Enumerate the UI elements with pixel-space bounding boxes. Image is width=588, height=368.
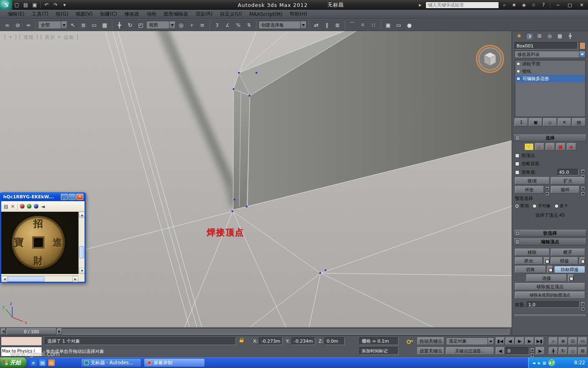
application-menu-button[interactable]: S <box>0 0 12 10</box>
weight-spinner[interactable] <box>581 301 585 308</box>
horizontal-scrollbar[interactable] <box>1 276 78 282</box>
curve-editor-icon[interactable]: ⌒ <box>347 20 357 30</box>
chamfer-button[interactable]: 切角 <box>515 266 546 273</box>
z-coord-field[interactable]: 0.0m <box>324 337 345 345</box>
selection-rollout-header[interactable]: − 选择 <box>514 135 586 141</box>
select-and-link-icon[interactable]: ∞ <box>2 20 12 30</box>
new-file-icon[interactable]: ▢ <box>12 1 21 9</box>
next-frame-button[interactable]: ▶ <box>525 337 534 345</box>
hierarchy-tab[interactable]: ⊞ <box>536 32 543 40</box>
selection-lock-icon[interactable] <box>239 339 244 343</box>
break-button[interactable]: 断开 <box>551 249 586 256</box>
collapse-icon[interactable]: − <box>515 240 520 244</box>
menu-views[interactable]: 视图(V) <box>72 10 96 18</box>
select-object-icon[interactable]: ↖ <box>68 20 78 30</box>
angle-value-field[interactable]: 45.0 <box>557 169 579 175</box>
previous-frame-button[interactable]: ◀ <box>506 337 514 345</box>
extrude-settings-button[interactable] <box>544 257 550 265</box>
utilities-tab[interactable]: ╋ <box>566 32 574 40</box>
menu-customize[interactable]: 自定义(U) <box>216 10 245 18</box>
named-selection-set-combo[interactable]: 创建选择集 <box>258 21 307 29</box>
remove-unused-map-verts-button[interactable]: 移除未使用的贴图顶点 <box>515 292 585 299</box>
minimize-button[interactable]: _ <box>61 194 68 200</box>
infocenter-expand-icon[interactable]: ▸ <box>416 1 425 9</box>
modify-tab[interactable]: ◑ <box>526 32 533 40</box>
workspace-dropdown-icon[interactable]: ▾ <box>60 1 69 9</box>
maximize-viewport-icon[interactable]: ⊞ <box>578 347 587 355</box>
preview-multiple-radio[interactable] <box>555 204 559 208</box>
extrude-button[interactable]: 挤出 <box>515 257 543 265</box>
zoom-region-icon[interactable]: ▭ <box>578 337 587 345</box>
menu-tools[interactable]: 工具(T) <box>28 10 52 18</box>
select-by-name-icon[interactable]: ≣ <box>78 20 89 30</box>
field-of-view-icon[interactable]: ◇ <box>568 347 577 355</box>
snap-toggle-3d-icon[interactable]: 3 <box>212 20 222 30</box>
vertical-scroll-thumb[interactable] <box>79 246 84 258</box>
frame-spinner[interactable] <box>530 348 535 355</box>
mirror-icon[interactable]: ⇄ <box>311 20 321 30</box>
by-angle-checkbox[interactable] <box>515 170 519 175</box>
remove-button[interactable]: 移除 <box>515 249 550 256</box>
object-name-field[interactable] <box>514 42 578 49</box>
chevron-down-icon[interactable] <box>61 21 67 29</box>
close-button[interactable]: ✕ <box>76 194 83 200</box>
communication-center-icon[interactable]: ◈ <box>519 1 528 9</box>
modifier-on-icon[interactable] <box>517 62 520 66</box>
weld-button[interactable]: 焊接 <box>551 257 579 265</box>
go-to-start-button[interactable]: ▮◀ <box>496 337 505 345</box>
scroll-left-icon[interactable] <box>1 276 7 282</box>
connect-settings-button[interactable] <box>568 274 574 282</box>
print-icon[interactable]: ▤ <box>4 204 8 209</box>
vertex-mode-icon[interactable]: ∵ <box>524 143 534 150</box>
taskbar-item-3dsmax[interactable]: 无标题 - Autodes... <box>81 358 141 367</box>
preview-disable-radio[interactable] <box>515 204 519 208</box>
render-production-icon[interactable]: ● <box>404 20 414 30</box>
go-to-end-button[interactable]: ▶▮ <box>535 337 544 345</box>
menu-modifiers[interactable]: 修改器 <box>121 10 143 18</box>
element-mode-icon[interactable]: ◆ <box>567 143 576 150</box>
stack-item-turbosmooth[interactable]: 涡轮平滑 <box>515 60 585 67</box>
maximize-button[interactable]: □ <box>564 1 575 9</box>
selection-filter-combo[interactable]: 全部 <box>38 21 67 29</box>
scroll-down-icon[interactable] <box>79 268 85 274</box>
connect-button[interactable]: 连接 <box>526 274 567 282</box>
macro-recorder-field[interactable] <box>1 337 42 346</box>
menu-create[interactable]: 创建(C) <box>96 10 121 18</box>
modifier-on-icon[interactable] <box>517 70 520 73</box>
edit-vertices-rollout-header[interactable]: − 编辑顶点 <box>514 238 586 245</box>
add-time-tag-field[interactable]: 添加时间标记 <box>359 347 399 355</box>
network-icon[interactable]: ▦ <box>542 361 546 365</box>
pin-stack-icon[interactable]: ↧ <box>514 118 528 126</box>
weight-value-field[interactable]: 1.0 <box>527 301 579 308</box>
by-vertex-checkbox[interactable] <box>515 153 519 158</box>
open-file-icon[interactable]: ▤ <box>21 1 30 9</box>
modifier-list-dropdown[interactable]: 修改器列表 <box>514 51 586 58</box>
render-setup-icon[interactable]: ▣ <box>383 20 393 30</box>
previous-key-button[interactable]: ◀ <box>496 347 505 355</box>
help-icon[interactable]: ? <box>539 1 548 9</box>
pan-icon[interactable]: ╋ <box>549 347 558 355</box>
green-channel-icon[interactable] <box>27 204 31 209</box>
vertical-scrollbar[interactable] <box>78 212 85 274</box>
menu-graph-editors[interactable]: 图形编辑器 <box>160 10 192 18</box>
rendered-frame-icon[interactable]: ▭ <box>394 20 404 30</box>
show-desktop-icon[interactable]: ▤ <box>39 359 46 366</box>
redo-icon[interactable]: ↷ <box>51 1 60 9</box>
align-icon[interactable]: ∥ <box>322 20 332 30</box>
ring-button[interactable]: 环形 <box>515 186 544 193</box>
make-unique-icon[interactable]: ◇ <box>543 118 557 126</box>
red-channel-icon[interactable] <box>20 204 24 209</box>
auto-key-button[interactable]: 自动关键点 <box>417 337 444 345</box>
scroll-right-icon[interactable] <box>72 276 78 282</box>
menu-animation[interactable]: 动画 <box>143 10 160 18</box>
volume-icon[interactable]: ◄ <box>532 361 535 365</box>
grow-button[interactable]: 扩大 <box>551 177 586 184</box>
chevron-down-icon[interactable] <box>488 338 494 345</box>
expand-icon[interactable]: + <box>515 231 520 236</box>
start-button[interactable]: 开始 <box>0 357 27 368</box>
next-rollout-header-cropped[interactable] <box>514 314 586 316</box>
viewer-title-bar[interactable]: hQc1RBYG-EKEkW... _ □ ✕ <box>1 192 85 201</box>
configure-modifier-sets-icon[interactable]: ▤ <box>572 118 586 126</box>
motion-tab[interactable]: ◎ <box>546 32 553 40</box>
sound-icon[interactable]: ◄ <box>41 204 45 209</box>
